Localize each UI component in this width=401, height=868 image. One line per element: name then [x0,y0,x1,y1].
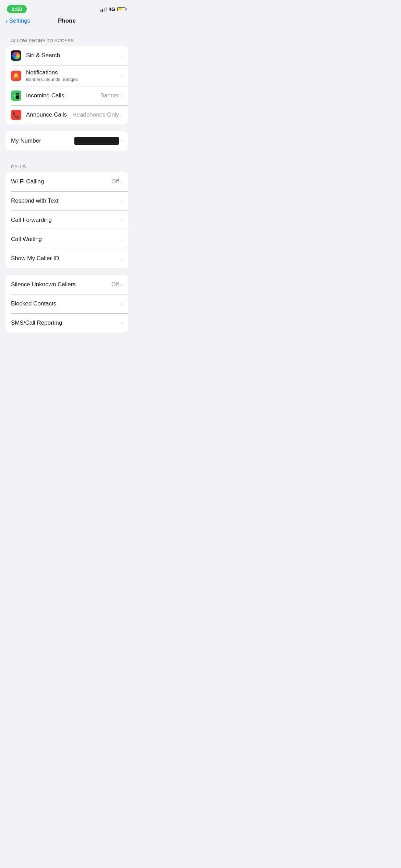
announce-calls-icon: 📞 [11,110,21,120]
my-number-right: › [74,137,123,145]
silence-unknown-title: Silence Unknown Callers [11,281,111,288]
siri-search-row[interactable]: Siri & Search › [5,46,128,65]
blocked-contacts-title: Blocked Contacts [11,300,121,307]
bottom-card: Silence Unknown Callers Off › Blocked Co… [5,275,128,333]
siri-search-right: › [121,53,123,58]
battery-body [117,7,125,11]
calls-card: Wi-Fi Calling Off › Respond with Text › … [5,172,128,268]
chevron-right-icon: › [121,217,123,223]
sms-call-reporting-right: › [121,320,123,326]
incoming-calls-icon: 📲 [11,91,21,101]
wifi-calling-title: Wi-Fi Calling [11,178,111,185]
blocked-contacts-row[interactable]: Blocked Contacts › [5,294,128,313]
back-label: Settings [9,17,30,24]
sms-call-reporting-content: SMS/Call Reporting [11,320,121,326]
my-number-row[interactable]: My Number › [5,131,128,150]
siri-search-title: Siri & Search [26,52,121,59]
allow-phone-header: ALLOW PHONE TO ACCESS [0,38,134,46]
chevron-right-icon: › [121,237,123,242]
caller-id-row[interactable]: Show My Caller ID › [5,249,128,268]
phone-sound-icon: 📞 [13,112,20,118]
gap-4 [0,268,134,275]
chevron-right-icon: › [121,73,123,79]
announce-calls-right: Headphones Only › [72,111,123,118]
incoming-calls-content: Incoming Calls [26,92,100,99]
notifications-icon: 🔔 [11,71,21,81]
call-forwarding-right: › [121,217,123,223]
sms-call-reporting-title: SMS/Call Reporting [11,320,121,326]
announce-calls-title: Announce Calls [26,111,72,118]
chevron-right-icon: › [121,112,123,118]
chevron-right-icon: › [121,256,123,261]
wifi-calling-right: Off › [111,178,123,185]
signal-bars-icon [100,7,107,12]
incoming-calls-row[interactable]: 📲 Incoming Calls Banner › [5,86,128,105]
siri-search-content: Siri & Search [26,52,121,59]
notifications-title: Notifications [26,69,121,76]
wifi-calling-value: Off [111,178,119,185]
caller-id-right: › [121,256,123,261]
bell-icon: 🔔 [13,72,20,79]
call-forwarding-title: Call Forwarding [11,217,121,224]
my-number-value-redacted [74,137,119,145]
silence-unknown-right: Off › [111,281,123,288]
call-forwarding-content: Call Forwarding [11,217,121,224]
silence-unknown-row[interactable]: Silence Unknown Callers Off › [5,275,128,294]
announce-calls-content: Announce Calls [26,111,72,118]
notifications-right: › [121,73,123,79]
my-number-card: My Number › [5,131,128,150]
chevron-right-icon: › [121,282,123,287]
phone-arrow-icon: 📲 [13,93,20,99]
chevron-right-icon: › [121,179,123,184]
allow-phone-card: Siri & Search › 🔔 Notifications Banners,… [5,46,128,124]
call-waiting-right: › [121,237,123,242]
back-button[interactable]: ‹ Settings [5,17,30,24]
battery-icon [117,7,127,11]
announce-calls-row[interactable]: 📞 Announce Calls Headphones Only › [5,105,128,124]
siri-orb [12,52,20,59]
battery-fill [118,8,122,10]
respond-text-right: › [121,198,123,204]
notifications-row[interactable]: 🔔 Notifications Banners, Sounds, Badges … [5,65,128,86]
blocked-contacts-content: Blocked Contacts [11,300,121,307]
call-waiting-title: Call Waiting [11,236,121,243]
notifications-content: Notifications Banners, Sounds, Badges [26,69,121,82]
gap-1 [0,28,134,31]
chevron-right-icon: › [121,198,123,204]
wifi-calling-row[interactable]: Wi-Fi Calling Off › [5,172,128,191]
signal-bar-3 [104,8,105,12]
chevron-left-icon: ‹ [5,17,8,24]
notifications-subtitle: Banners, Sounds, Badges [26,77,121,82]
sms-call-reporting-row[interactable]: SMS/Call Reporting › [5,313,128,333]
status-bar: 2:50 4G [0,0,134,16]
announce-calls-value: Headphones Only [72,111,119,118]
call-waiting-content: Call Waiting [11,236,121,243]
wifi-calling-content: Wi-Fi Calling [11,178,111,185]
respond-text-content: Respond with Text [11,197,121,204]
signal-bar-1 [100,10,101,12]
chevron-right-icon: › [121,301,123,306]
chevron-right-icon: › [121,138,123,144]
silence-unknown-value: Off [111,281,119,288]
status-right-icons: 4G [100,7,127,12]
caller-id-content: Show My Caller ID [11,255,121,262]
gap-2 [0,124,134,131]
my-number-content: My Number [11,137,74,144]
gap-3 [0,150,134,157]
caller-id-title: Show My Caller ID [11,255,121,262]
nav-bar: ‹ Settings Phone [0,16,134,28]
chevron-right-icon: › [121,320,123,326]
respond-text-row[interactable]: Respond with Text › [5,191,128,210]
silence-unknown-content: Silence Unknown Callers [11,281,111,288]
call-waiting-row[interactable]: Call Waiting › [5,230,128,249]
chevron-right-icon: › [121,93,123,98]
network-type: 4G [109,7,115,12]
signal-bar-4 [106,7,107,12]
battery-tip [126,8,127,10]
signal-bar-2 [102,9,103,12]
siri-icon [11,50,21,61]
call-forwarding-row[interactable]: Call Forwarding › [5,210,128,230]
incoming-calls-title: Incoming Calls [26,92,100,99]
blocked-contacts-right: › [121,301,123,306]
incoming-calls-value: Banner [100,92,119,99]
